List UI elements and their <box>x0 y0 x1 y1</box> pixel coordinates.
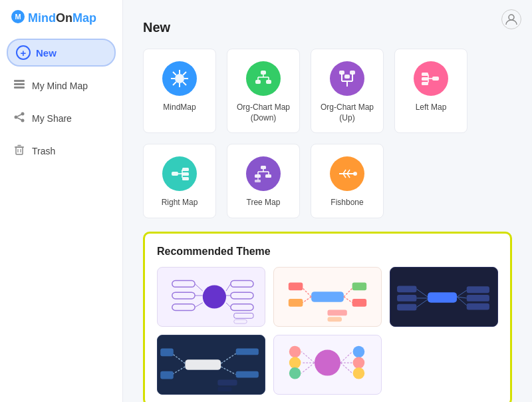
svg-rect-31 <box>266 80 271 84</box>
svg-line-97 <box>416 289 428 297</box>
template-card-fishbone[interactable]: Fishbone <box>311 144 384 218</box>
theme-card-2[interactable] <box>273 267 382 327</box>
svg-rect-81 <box>234 313 253 318</box>
template-grid: MindMap Org-Chart Map(Down) <box>143 49 512 218</box>
svg-point-7 <box>21 119 25 122</box>
org-chart-down-icon <box>246 61 281 96</box>
svg-point-128 <box>353 345 365 357</box>
svg-point-6 <box>15 116 18 119</box>
my-mind-map-icon <box>13 79 25 93</box>
svg-line-99 <box>416 300 428 307</box>
svg-rect-71 <box>172 292 195 299</box>
sidebar: M MindOnMap + New My Mind Map <box>0 0 123 402</box>
svg-rect-3 <box>14 83 25 85</box>
template-card-right-map[interactable]: Right Map <box>143 144 216 218</box>
svg-rect-58 <box>255 180 261 182</box>
svg-rect-69 <box>172 280 195 287</box>
section-title: New <box>143 20 512 35</box>
plus-icon: + <box>16 45 31 60</box>
svg-line-121 <box>301 363 315 373</box>
svg-rect-38 <box>350 71 355 75</box>
svg-rect-89 <box>289 299 303 307</box>
svg-line-127 <box>340 363 352 373</box>
svg-rect-110 <box>160 348 174 356</box>
svg-rect-116 <box>217 379 237 385</box>
svg-line-109 <box>172 367 186 375</box>
svg-rect-114 <box>236 348 259 355</box>
svg-rect-49 <box>182 168 189 171</box>
svg-rect-75 <box>231 280 253 287</box>
svg-line-21 <box>173 72 176 75</box>
svg-point-124 <box>289 367 301 379</box>
svg-rect-91 <box>352 299 367 307</box>
svg-line-74 <box>195 303 203 307</box>
template-card-mindmap[interactable]: MindMap <box>143 49 216 133</box>
sidebar-item-label-trash: Trash <box>32 146 55 156</box>
svg-line-125 <box>340 351 352 363</box>
svg-rect-79 <box>231 304 253 311</box>
svg-rect-56 <box>255 174 261 178</box>
svg-rect-117 <box>217 387 232 391</box>
svg-point-130 <box>353 367 365 379</box>
theme-card-5[interactable] <box>273 335 382 395</box>
svg-line-113 <box>221 367 235 375</box>
svg-rect-4 <box>14 87 25 89</box>
svg-line-24 <box>183 82 186 85</box>
svg-rect-106 <box>467 303 489 310</box>
svg-rect-88 <box>289 282 303 290</box>
logo: M MindOnMap <box>0 0 122 33</box>
theme-card-3[interactable] <box>390 267 498 327</box>
svg-rect-37 <box>344 75 350 79</box>
svg-rect-43 <box>422 77 428 81</box>
svg-rect-39 <box>432 77 439 81</box>
svg-line-101 <box>457 290 467 297</box>
svg-rect-96 <box>397 304 416 311</box>
template-card-tree-map[interactable]: Tree Map <box>227 144 300 218</box>
svg-rect-44 <box>422 82 428 85</box>
svg-rect-107 <box>185 359 221 370</box>
svg-line-76 <box>226 284 231 291</box>
fishbone-icon <box>330 156 364 191</box>
recommended-section: Recommended Theme <box>143 232 512 402</box>
tree-map-label: Tree Map <box>247 198 281 208</box>
logo-icon: M <box>11 9 25 27</box>
svg-point-129 <box>353 357 365 369</box>
sidebar-item-my-share[interactable]: My Share <box>0 102 122 134</box>
svg-point-122 <box>289 345 301 357</box>
recommended-title: Recommended Theme <box>157 246 498 258</box>
right-map-label: Right Map <box>162 198 198 208</box>
theme-card-4[interactable] <box>157 335 265 395</box>
svg-rect-93 <box>328 317 342 321</box>
svg-point-118 <box>315 349 340 375</box>
sidebar-item-my-mind-map[interactable]: My Mind Map <box>0 69 122 102</box>
fishbone-label: Fishbone <box>331 198 363 208</box>
theme-grid <box>157 267 498 395</box>
svg-point-16 <box>175 74 184 83</box>
svg-rect-111 <box>160 371 174 379</box>
sidebar-item-label-my-mind-map: My Mind Map <box>32 81 88 91</box>
main-content: New MindMap <box>123 0 532 402</box>
svg-line-80 <box>226 303 231 307</box>
template-card-org-chart-down[interactable]: Org-Chart Map(Down) <box>227 49 300 133</box>
new-button[interactable]: + New <box>7 39 116 67</box>
user-avatar-button[interactable] <box>501 9 521 29</box>
org-chart-up-label: Org-Chart Map (Up) <box>318 102 376 123</box>
svg-rect-73 <box>172 304 195 311</box>
template-card-org-chart-up[interactable]: Org-Chart Map (Up) <box>311 49 384 133</box>
template-card-left-map[interactable]: Left Map <box>394 49 467 133</box>
svg-rect-42 <box>422 73 428 76</box>
mindmap-label: MindMap <box>163 102 196 113</box>
svg-rect-10 <box>16 147 23 154</box>
svg-rect-94 <box>397 286 416 292</box>
svg-rect-92 <box>328 309 347 315</box>
svg-rect-50 <box>182 172 189 176</box>
theme-card-1[interactable] <box>157 267 265 327</box>
sidebar-item-trash[interactable]: Trash <box>0 134 122 167</box>
svg-line-23 <box>173 82 176 85</box>
trash-icon <box>13 144 25 158</box>
svg-line-70 <box>195 284 203 291</box>
svg-line-9 <box>17 118 21 120</box>
svg-line-85 <box>301 297 311 303</box>
svg-rect-115 <box>236 371 259 378</box>
svg-point-5 <box>21 112 25 116</box>
